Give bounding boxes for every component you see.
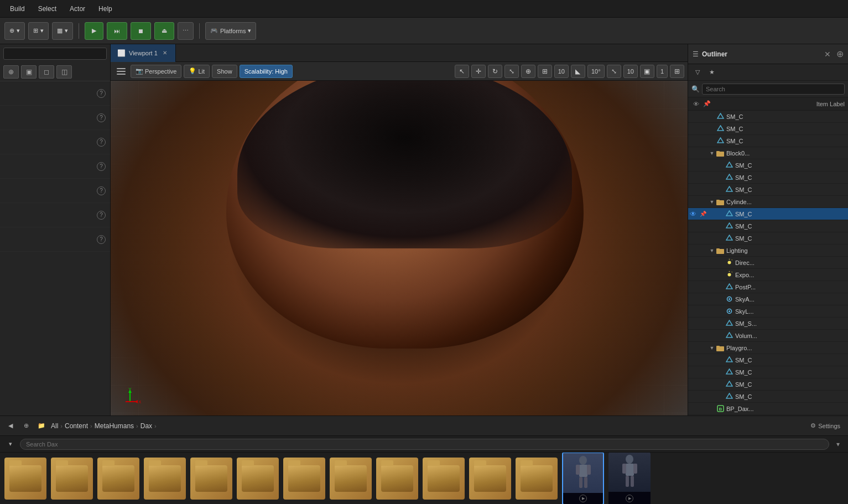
browser-search-expand[interactable]: ▾ (833, 439, 844, 450)
stop-button[interactable]: ⏹ (131, 22, 151, 40)
folder-asset-0[interactable] (4, 458, 46, 500)
outliner-item[interactable]: SM_C (688, 232, 848, 245)
snap-button[interactable]: ⤡ (607, 65, 621, 78)
outliner-item[interactable]: Direc... (688, 257, 848, 269)
panel-icon-1[interactable]: ⊕ (3, 65, 19, 79)
help-icon-6[interactable]: ? (97, 211, 106, 220)
outliner-item[interactable]: SkyL... (688, 305, 848, 318)
panel-icon-4[interactable]: ◫ (56, 65, 72, 79)
menu-help[interactable]: Help (93, 3, 118, 15)
viewport-tab-1[interactable]: ⬜ Viewport 1 ✕ (111, 44, 176, 62)
show-button[interactable]: Show (212, 65, 237, 78)
eject-button[interactable]: ⏏ (154, 22, 174, 40)
outliner-item[interactable]: SM_S... (688, 318, 848, 330)
menu-select[interactable]: Select (33, 3, 62, 15)
breadcrumb-metahumans[interactable]: MetaHumans (95, 422, 134, 430)
browser-filter-button[interactable]: ▾ (4, 438, 17, 450)
character-asset-0[interactable]: ▶ (562, 453, 604, 504)
menu-actor[interactable]: Actor (64, 3, 91, 15)
outliner-item[interactable]: ▼Block0... (688, 147, 848, 159)
grid-button[interactable]: ⊞ (538, 65, 552, 78)
help-icon-4[interactable]: ? (97, 162, 106, 171)
folder-asset-11[interactable] (516, 458, 558, 500)
outliner-item[interactable]: SM_C (688, 123, 848, 135)
pin-icon[interactable]: 📌 (698, 209, 708, 219)
outliner-item[interactable]: SM_C (688, 391, 848, 403)
camera-speed-button[interactable]: ▣ (640, 65, 654, 78)
outliner-item[interactable]: BBP_Dax... (688, 403, 848, 415)
outliner-item[interactable]: SkyA... (688, 293, 848, 305)
angle-button[interactable]: ◣ (571, 65, 585, 78)
play-button[interactable]: ▶ (85, 22, 103, 40)
breadcrumb-all[interactable]: All (51, 422, 58, 430)
more-options-button[interactable]: ⋯ (178, 22, 194, 40)
folder-asset-8[interactable] (376, 458, 418, 500)
outliner-item[interactable]: ▼Cylinde... (688, 196, 848, 208)
outliner-item[interactable]: ▼Playgro... (688, 342, 848, 354)
rotate-button[interactable]: ↻ (488, 65, 502, 78)
layout-button[interactable]: ▦ ▾ (52, 22, 73, 40)
menu-build[interactable]: Build (4, 3, 30, 15)
browser-add-button[interactable]: ⊕ (20, 420, 32, 432)
folder-asset-3[interactable] (144, 458, 186, 500)
left-panel-search-input[interactable] (3, 48, 107, 60)
item-label-col[interactable]: Item Label (816, 101, 845, 107)
outliner-item[interactable]: SM_C (688, 354, 848, 366)
outliner-item[interactable]: SM_C (688, 378, 848, 391)
char-play-button-1[interactable]: ▶ (626, 495, 633, 502)
outliner-item[interactable]: SM_C (688, 172, 848, 184)
panel-icon-2[interactable]: ▣ (21, 65, 37, 79)
snap-size-button[interactable]: 10 (623, 65, 638, 78)
viewport-tab-close[interactable]: ✕ (161, 49, 169, 57)
maximize-button[interactable]: ⊞ (670, 65, 684, 78)
outliner-item[interactable]: PostP... (688, 281, 848, 293)
help-icon-5[interactable]: ? (97, 186, 106, 195)
expand-arrow[interactable]: ▼ (708, 342, 716, 354)
outliner-item[interactable]: SM_C (688, 159, 848, 172)
outliner-item[interactable]: SM_C (688, 366, 848, 378)
expand-arrow[interactable]: ▼ (708, 245, 716, 257)
outliner-close-button[interactable]: ✕ (824, 50, 831, 59)
visibility-icon[interactable]: 👁 (688, 209, 698, 219)
platforms-button[interactable]: 🎮 Platforms ▾ (205, 22, 256, 40)
expand-arrow[interactable]: ▼ (708, 196, 716, 208)
lit-button[interactable]: 💡 Lit (184, 65, 210, 78)
folder-asset-9[interactable] (423, 458, 465, 500)
local-space-button[interactable]: ⊕ (521, 65, 535, 78)
outliner-item[interactable]: SM_C (688, 220, 848, 232)
viewport-canvas[interactable]: Y X (111, 81, 688, 415)
outliner-item[interactable]: SM_C (688, 184, 848, 196)
outliner-item[interactable]: 👁📌SM_C (688, 208, 848, 220)
breadcrumb-content[interactable]: Content (65, 422, 88, 430)
select-mode-button[interactable]: ↖ (455, 65, 469, 78)
folder-asset-1[interactable] (51, 458, 93, 500)
help-icon-1[interactable]: ? (97, 89, 106, 98)
browser-search-input[interactable] (20, 439, 829, 450)
outliner-star-button[interactable]: ★ (706, 66, 718, 79)
play-next-button[interactable]: ⏭ (107, 22, 127, 40)
char-play-button-0[interactable]: ▶ (579, 495, 587, 502)
help-icon-7[interactable]: ? (97, 235, 106, 244)
expand-arrow[interactable]: ▼ (708, 147, 716, 159)
folder-asset-7[interactable] (330, 458, 372, 500)
outliner-item[interactable]: Expo... (688, 269, 848, 281)
grid-size-button[interactable]: 10 (554, 65, 569, 78)
help-icon-2[interactable]: ? (97, 113, 106, 122)
angle-size-button[interactable]: 10° (587, 65, 605, 78)
camera-speed-value[interactable]: 1 (657, 65, 668, 78)
breadcrumb-dax[interactable]: Dax (141, 422, 152, 430)
add-button[interactable]: ⊕ ▾ (4, 22, 25, 40)
pin-col-icon[interactable]: 📌 (703, 100, 711, 108)
viewport-menu-button[interactable] (114, 65, 128, 78)
outliner-item[interactable]: SM_C (688, 135, 848, 147)
outliner-item[interactable]: SM_C (688, 111, 848, 123)
mode-button[interactable]: ⊞ ▾ (28, 22, 49, 40)
transform-button[interactable]: ✛ (471, 65, 486, 78)
folder-asset-10[interactable] (469, 458, 511, 500)
help-icon-3[interactable]: ? (97, 138, 106, 147)
outliner-item[interactable]: Volum... (688, 330, 848, 342)
folder-asset-6[interactable] (283, 458, 325, 500)
outliner-item[interactable]: ▼Lighting (688, 245, 848, 257)
character-asset-1[interactable]: ▶ (608, 453, 651, 504)
folder-asset-5[interactable] (237, 458, 279, 500)
